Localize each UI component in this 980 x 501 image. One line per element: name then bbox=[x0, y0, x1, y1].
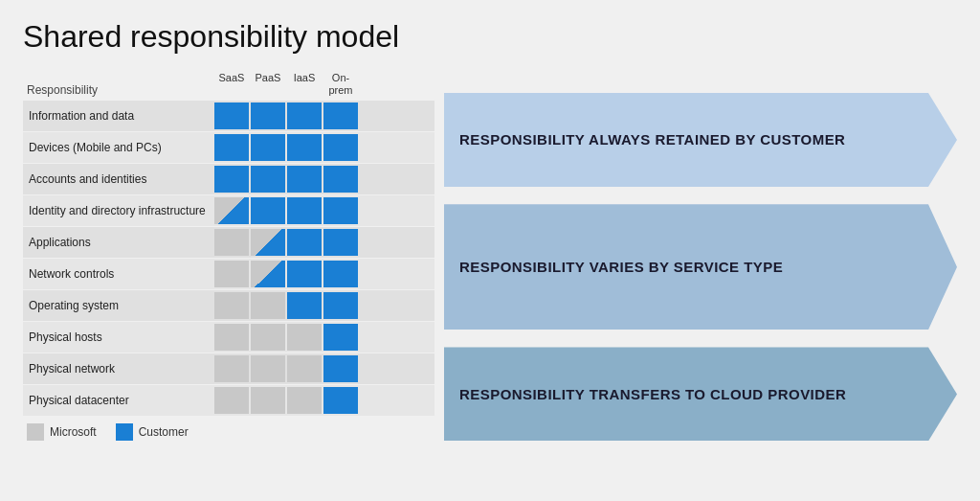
table-row: Devices (Mobile and PCs) bbox=[23, 132, 434, 163]
cell-paas bbox=[251, 229, 285, 256]
row-label: Devices (Mobile and PCs) bbox=[23, 141, 214, 154]
row-cells bbox=[214, 387, 358, 414]
cell-iaas bbox=[287, 292, 322, 319]
cell-iaas bbox=[287, 324, 322, 351]
table-row: Identity and directory infrastructure bbox=[23, 195, 434, 226]
table-row: Physical datacenter bbox=[23, 385, 434, 416]
cell-iaas bbox=[287, 134, 322, 161]
row-label: Operating system bbox=[23, 299, 214, 312]
cell-iaas bbox=[287, 261, 322, 287]
cell-saas bbox=[214, 324, 249, 351]
row-label: Information and data bbox=[23, 109, 214, 123]
banner-provider: RESPONSIBILITY TRANSFERS TO CLOUD PROVID… bbox=[444, 347, 957, 441]
cell-saas bbox=[214, 102, 249, 129]
responsibility-header: Responsibility bbox=[23, 83, 214, 97]
cell-onprem bbox=[323, 387, 358, 414]
legend-color-customer bbox=[116, 423, 133, 441]
cell-saas bbox=[214, 134, 249, 161]
row-label: Identity and directory infrastructure bbox=[23, 204, 214, 217]
cell-iaas bbox=[287, 166, 322, 193]
table-body: Information and dataDevices (Mobile and … bbox=[23, 101, 434, 416]
banners-section: RESPONSIBILITY ALWAYS RETAINED BY CUSTOM… bbox=[434, 72, 957, 441]
row-label: Physical datacenter bbox=[23, 394, 214, 407]
cell-iaas bbox=[287, 229, 322, 256]
cell-iaas bbox=[287, 197, 322, 224]
cell-iaas bbox=[287, 387, 322, 414]
table-header-row: Responsibility SaaSPaaSIaaSOn- prem bbox=[23, 72, 434, 101]
legend-label-microsoft: Microsoft bbox=[50, 425, 97, 439]
cell-onprem bbox=[323, 229, 358, 256]
banner-text-customer: RESPONSIBILITY ALWAYS RETAINED BY CUSTOM… bbox=[459, 130, 845, 149]
cell-saas bbox=[214, 229, 249, 256]
table-row: Information and data bbox=[23, 101, 434, 131]
banner-text-varies: RESPONSIBILITY VARIES BY SERVICE TYPE bbox=[459, 258, 783, 277]
banner-varies: RESPONSIBILITY VARIES BY SERVICE TYPE bbox=[444, 204, 957, 330]
row-label: Applications bbox=[23, 236, 214, 249]
table-row: Network controls bbox=[23, 259, 434, 289]
cell-saas bbox=[214, 261, 249, 287]
content-area: Responsibility SaaSPaaSIaaSOn- prem Info… bbox=[23, 72, 957, 441]
cell-paas bbox=[251, 292, 285, 319]
main-container: Shared responsibility model Responsibili… bbox=[0, 0, 980, 501]
legend: MicrosoftCustomer bbox=[23, 423, 434, 441]
row-label: Network controls bbox=[23, 267, 214, 281]
row-cells bbox=[214, 324, 358, 351]
cell-saas bbox=[214, 355, 249, 382]
cell-onprem bbox=[323, 292, 358, 319]
table-row: Applications bbox=[23, 227, 434, 258]
row-cells bbox=[214, 102, 358, 129]
cell-onprem bbox=[323, 102, 358, 129]
col-header-onprem: On- prem bbox=[323, 72, 358, 97]
banner-customer: RESPONSIBILITY ALWAYS RETAINED BY CUSTOM… bbox=[444, 93, 957, 187]
cell-saas bbox=[214, 387, 249, 414]
legend-color-microsoft bbox=[27, 423, 44, 441]
cell-onprem bbox=[323, 134, 358, 161]
row-label: Physical network bbox=[23, 362, 214, 376]
cell-paas bbox=[251, 166, 285, 193]
row-cells bbox=[214, 355, 358, 382]
table-row: Physical hosts bbox=[23, 322, 434, 353]
responsibility-table: Responsibility SaaSPaaSIaaSOn- prem Info… bbox=[23, 72, 434, 441]
row-cells bbox=[214, 292, 358, 319]
banner-text-provider: RESPONSIBILITY TRANSFERS TO CLOUD PROVID… bbox=[459, 385, 846, 404]
col-header-iaas: IaaS bbox=[287, 72, 322, 97]
cell-iaas bbox=[287, 102, 322, 129]
table-row: Operating system bbox=[23, 290, 434, 321]
cell-paas bbox=[251, 102, 285, 129]
row-label: Physical hosts bbox=[23, 330, 214, 344]
cell-onprem bbox=[323, 197, 358, 224]
cell-paas bbox=[251, 355, 285, 382]
cell-onprem bbox=[323, 355, 358, 382]
row-cells bbox=[214, 229, 358, 256]
cell-onprem bbox=[323, 166, 358, 193]
column-headers: SaaSPaaSIaaSOn- prem bbox=[214, 72, 358, 97]
cell-paas bbox=[251, 134, 285, 161]
table-row: Physical network bbox=[23, 353, 434, 384]
cell-paas bbox=[251, 387, 285, 414]
row-cells bbox=[214, 197, 358, 224]
page-title: Shared responsibility model bbox=[23, 19, 957, 55]
row-cells bbox=[214, 134, 358, 161]
cell-saas bbox=[214, 197, 249, 224]
table-row: Accounts and identities bbox=[23, 164, 434, 194]
cell-paas bbox=[251, 324, 285, 351]
row-label: Accounts and identities bbox=[23, 172, 214, 186]
cell-saas bbox=[214, 166, 249, 193]
cell-iaas bbox=[287, 355, 322, 382]
legend-item-customer: Customer bbox=[116, 423, 189, 441]
cell-saas bbox=[214, 292, 249, 319]
col-header-saas: SaaS bbox=[214, 72, 249, 97]
cell-onprem bbox=[323, 261, 358, 287]
row-cells bbox=[214, 261, 358, 287]
row-cells bbox=[214, 166, 358, 193]
cell-onprem bbox=[323, 324, 358, 351]
legend-item-microsoft: Microsoft bbox=[27, 423, 97, 441]
cell-paas bbox=[251, 197, 285, 224]
col-header-paas: PaaS bbox=[251, 72, 285, 97]
legend-label-customer: Customer bbox=[139, 425, 189, 439]
cell-paas bbox=[251, 261, 285, 287]
